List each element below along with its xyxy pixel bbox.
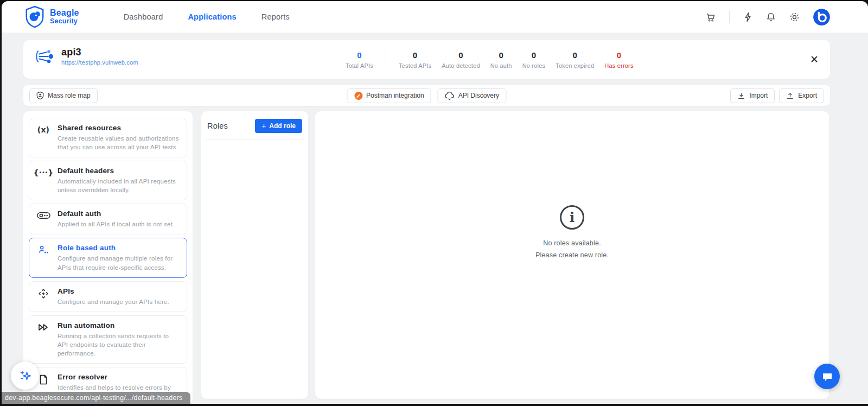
api-testing-sidebar: (x) Shared resources Create reusable val…	[23, 111, 193, 404]
sidebar-item-shared-resources[interactable]: (x) Shared resources Create reusable val…	[29, 118, 187, 157]
shared-resources-icon: (x)	[36, 124, 51, 151]
stat-no-roles: 0 No roles	[522, 50, 546, 69]
upload-icon	[786, 92, 794, 100]
roles-content-panel: i No roles available. Please create new …	[315, 111, 829, 399]
nav-dashboard[interactable]: Dashboard	[124, 12, 163, 21]
stat-no-auth: 0 No auth	[490, 50, 512, 69]
stat-has-errors: 0 Has errors	[604, 50, 633, 69]
download-icon	[737, 92, 745, 100]
cloud-icon	[445, 92, 455, 100]
navbar-actions	[705, 9, 830, 26]
stat-auto-detected: 0 Auto detected	[442, 50, 480, 69]
sidebar-item-default-headers[interactable]: {···} Default headers Automatically incl…	[29, 161, 187, 200]
api-discovery-button[interactable]: API Discovery	[438, 88, 506, 103]
api-project-icon	[34, 47, 55, 66]
roles-panel-title: Roles	[207, 122, 228, 130]
navbar-divider	[729, 10, 730, 23]
export-button[interactable]: Export	[779, 88, 824, 103]
mass-role-map-button[interactable]: Mass role map	[29, 88, 98, 103]
stat-tested-apis: 0 Tested APIs	[399, 50, 431, 69]
brand-text: Beagle Security	[50, 9, 79, 25]
bell-icon[interactable]	[766, 12, 776, 22]
beagle-security-logo[interactable]: Beagle Security	[24, 5, 79, 28]
postman-icon	[354, 92, 362, 100]
close-icon[interactable]: ✕	[806, 51, 822, 67]
roles-panel: Roles + Add role	[201, 111, 308, 399]
shield-person-icon	[36, 91, 44, 100]
cart-icon[interactable]	[705, 12, 716, 22]
apis-icon	[36, 287, 51, 306]
top-navbar: Beagle Security Dashboard Applications R…	[2, 1, 868, 33]
nav-reports[interactable]: Reports	[261, 12, 290, 21]
info-icon: i	[560, 205, 584, 230]
stat-token-expired: 0 Token expired	[556, 50, 594, 69]
plus-icon: +	[261, 122, 266, 130]
default-auth-icon	[36, 210, 51, 229]
role-based-auth-icon	[36, 244, 51, 271]
beagle-shield-icon	[24, 5, 45, 28]
empty-state-line2: Please create new role.	[535, 250, 609, 262]
chat-bubble-icon	[821, 371, 833, 382]
app-window: Beagle Security Dashboard Applications R…	[2, 1, 868, 404]
add-role-button[interactable]: + Add role	[255, 119, 302, 133]
run-automation-icon	[36, 321, 51, 358]
chat-widget-button[interactable]	[814, 364, 840, 389]
stats-divider	[386, 49, 386, 70]
toolbar: Mass role map Postman integration API Di…	[23, 85, 830, 106]
empty-state: i No roles available. Please create new …	[535, 205, 609, 262]
application-header-card: api3 https://testphp.vulnweb.com 0 Total…	[23, 40, 830, 79]
stat-total-apis: 0 Total APIs	[346, 50, 373, 69]
import-button[interactable]: Import	[730, 88, 775, 103]
application-url-link[interactable]: https://testphp.vulnweb.com	[61, 59, 138, 66]
roles-panel-divider	[206, 139, 303, 140]
flash-icon[interactable]	[743, 12, 752, 22]
sidebar-item-apis[interactable]: APIs Configure and manage your APIs here…	[29, 281, 187, 312]
sidebar-item-default-auth[interactable]: Default auth Applied to all APIs if loca…	[29, 204, 187, 234]
sidebar-item-run-automation[interactable]: Run automation Running a collection send…	[29, 315, 187, 364]
sidebar-item-role-based-auth[interactable]: Role based auth Configure and manage mul…	[29, 238, 187, 277]
nav-applications[interactable]: Applications	[188, 12, 236, 21]
application-title: api3	[61, 47, 138, 58]
postman-integration-button[interactable]: Postman integration	[347, 88, 431, 103]
gear-icon[interactable]	[789, 12, 800, 22]
account-avatar[interactable]	[813, 9, 830, 26]
sparkles-icon	[17, 368, 33, 383]
api-stats-row: 0 Total APIs 0 Tested APIs 0 Auto detect…	[346, 40, 634, 79]
ai-assistant-button[interactable]	[11, 361, 39, 390]
link-preview-statusbar: dev-app.beaglesecure.com/api-testing/...…	[2, 392, 190, 404]
primary-nav: Dashboard Applications Reports	[124, 12, 290, 21]
application-identity: api3 https://testphp.vulnweb.com	[34, 47, 138, 66]
default-headers-icon: {···}	[36, 167, 51, 194]
empty-state-line1: No roles available.	[535, 238, 609, 250]
